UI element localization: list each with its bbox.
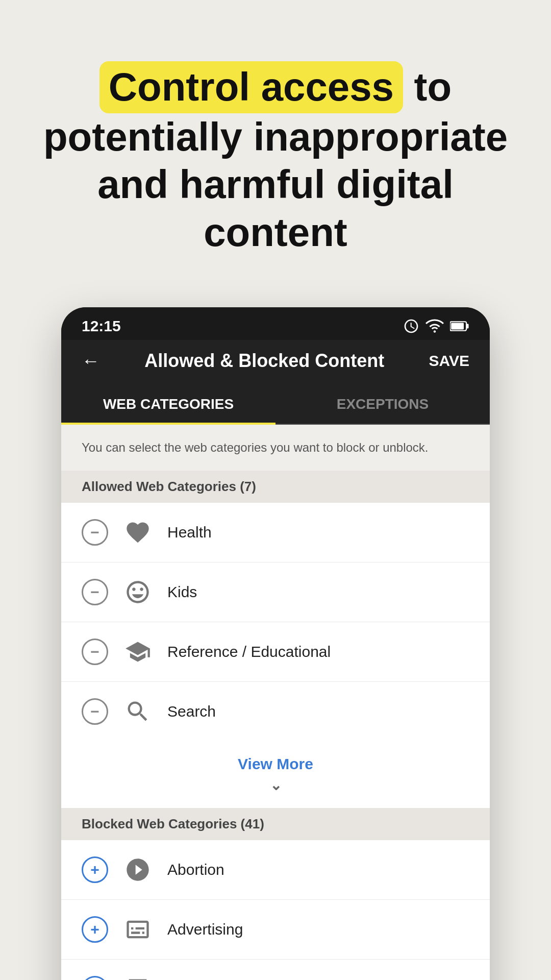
category-label-abortion: Abortion: [167, 861, 224, 878]
list-item: + Alcohol: [61, 960, 490, 980]
view-more-button[interactable]: View More ⌄: [61, 741, 490, 808]
toggle-blocked-alcohol[interactable]: +: [82, 976, 108, 980]
toggle-allowed-education[interactable]: −: [82, 639, 108, 665]
abortion-icon: [122, 854, 153, 885]
svg-rect-2: [451, 323, 464, 330]
status-icons: [403, 318, 469, 334]
education-icon: [122, 636, 153, 667]
status-bar: 12:15: [61, 307, 490, 340]
kids-icon: [122, 577, 153, 607]
allowed-section-header: Allowed Web Categories (7): [61, 471, 490, 503]
back-button[interactable]: ←: [82, 350, 100, 372]
hero-title: Control access topotentially inappropria…: [31, 61, 520, 256]
allowed-categories-list: − Health − Kids −: [61, 503, 490, 741]
toggle-blocked-advertising[interactable]: +: [82, 916, 108, 943]
list-item: − Search: [61, 682, 490, 741]
hero-highlight: Control access: [99, 61, 403, 113]
heart-icon: [122, 517, 153, 548]
toggle-blocked-abortion[interactable]: +: [82, 856, 108, 883]
category-label-kids: Kids: [167, 583, 197, 601]
app-header: ← Allowed & Blocked Content SAVE: [61, 340, 490, 382]
svg-rect-1: [466, 324, 468, 329]
chevron-down-icon: ⌄: [270, 777, 282, 794]
list-item: + Advertising: [61, 900, 490, 960]
blocked-categories-list: + Abortion + Advertising: [61, 840, 490, 980]
advertising-icon: [122, 914, 153, 945]
content-area: You can select the web categories you wa…: [61, 425, 490, 980]
toggle-allowed-kids[interactable]: −: [82, 579, 108, 605]
tabs-bar: WEB CATEGORIES EXCEPTIONS: [61, 382, 490, 425]
search-icon: [122, 696, 153, 727]
list-item: − Reference / Educational: [61, 622, 490, 682]
list-item: − Kids: [61, 562, 490, 622]
category-label-advertising: Advertising: [167, 921, 243, 938]
header-title: Allowed & Blocked Content: [144, 350, 384, 372]
alcohol-icon: [122, 974, 153, 980]
save-button[interactable]: SAVE: [429, 352, 469, 370]
tab-web-categories[interactable]: WEB CATEGORIES: [61, 382, 276, 425]
tab-exceptions[interactable]: EXCEPTIONS: [276, 382, 490, 424]
info-text: You can select the web categories you wa…: [61, 425, 490, 471]
category-label-health: Health: [167, 524, 212, 541]
phone-mockup: 12:15 ← Allowed & Blocked Content SAVE: [61, 307, 490, 980]
clock-icon: [403, 318, 419, 334]
wifi-icon: [425, 319, 444, 333]
list-item: − Health: [61, 503, 490, 562]
category-label-education: Reference / Educational: [167, 643, 331, 660]
blocked-section-header: Blocked Web Categories (41): [61, 808, 490, 840]
toggle-allowed-health[interactable]: −: [82, 519, 108, 546]
battery-icon: [450, 319, 469, 333]
category-label-search: Search: [167, 703, 216, 720]
hero-section: Control access topotentially inappropria…: [0, 0, 551, 287]
status-time: 12:15: [82, 317, 121, 335]
toggle-allowed-search[interactable]: −: [82, 698, 108, 725]
list-item: + Abortion: [61, 840, 490, 900]
